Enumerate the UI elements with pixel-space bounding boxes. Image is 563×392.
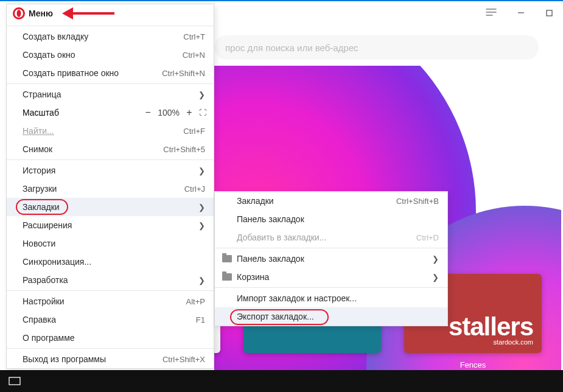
menu-sync[interactable]: Синхронизация... [7,253,214,271]
menu-find: Найти... Ctrl+F [7,122,214,140]
chevron-right-icon: ❯ [198,276,205,285]
window-controls [480,1,563,24]
sub-trash[interactable]: Корзина ❯ [215,268,447,286]
menu-new-tab[interactable]: Создать вкладку Ctrl+T [7,27,214,46]
folder-icon [222,255,232,262]
sub-bookmarks-bar[interactable]: Панель закладок [215,210,447,228]
chevron-right-icon: ❯ [432,273,439,282]
chevron-right-icon: ❯ [198,90,205,99]
menu-settings[interactable]: Настройки Alt+P [7,292,214,310]
bookmarks-submenu: Закладки Ctrl+Shift+B Панель закладок До… [214,191,448,326]
menu-new-private-window[interactable]: Создать приватное окно Ctrl+Shift+N [7,64,214,82]
menu-snapshot[interactable]: Снимок Ctrl+Shift+5 [7,140,214,158]
sub-add-bookmark: Добавить в закладки... Ctrl+D [215,228,447,247]
sub-import-bookmarks[interactable]: Импорт закладок и настроек... [215,289,447,307]
task-view-icon[interactable] [0,370,29,392]
address-placeholder: прос для поиска или веб-адрес [225,43,358,53]
zoom-out-button[interactable]: − [143,107,153,118]
tile-fences-title: stallers [449,314,533,340]
minimize-button[interactable] [507,4,535,22]
svg-rect-1 [9,377,20,385]
sub-bookmarks-bar-folder[interactable]: Панель закладок ❯ [215,250,447,268]
menu-zoom: Масштаб − 100% + ⛶ [7,103,214,122]
chevron-right-icon: ❯ [198,221,205,230]
menu-extensions[interactable]: Расширения ❯ [7,216,214,234]
sub-export-bookmarks[interactable]: Экспорт закладок... [215,307,447,326]
annotation-arrow [62,9,114,18]
chevron-right-icon: ❯ [198,166,205,175]
zoom-value: 100% [158,108,180,117]
menu-history[interactable]: История ❯ [7,161,214,180]
menu-page[interactable]: Страница ❯ [7,85,214,103]
maximize-button[interactable] [535,4,563,22]
menu-title: Меню [29,9,53,18]
menu-downloads[interactable]: Загрузки Ctrl+J [7,180,214,198]
menu-exit[interactable]: Выход из программы Ctrl+Shift+X [7,350,214,368]
address-bar[interactable]: прос для поиска или веб-адрес [214,35,539,60]
tile-label-fences: Fences [404,360,542,369]
menu-developer[interactable]: Разработка ❯ [7,271,214,289]
menu-help[interactable]: Справка F1 [7,310,214,329]
sub-bookmarks[interactable]: Закладки Ctrl+Shift+B [215,192,447,210]
folder-icon [222,273,232,281]
chevron-right-icon: ❯ [198,203,205,212]
easy-setup-icon[interactable] [480,4,502,22]
svg-rect-0 [547,10,552,16]
taskbar [0,370,563,392]
opera-icon [13,7,25,19]
zoom-in-button[interactable]: + [184,107,194,118]
menu-about[interactable]: О программе [7,329,214,347]
tile-fences-subtitle: stardock.com [494,338,533,346]
menu-new-window[interactable]: Создать окно Ctrl+N [7,46,214,64]
main-menu: Меню Создать вкладку Ctrl+T Создать окно… [6,4,214,369]
menu-news[interactable]: Новости [7,234,214,253]
fullscreen-icon[interactable]: ⛶ [199,108,205,117]
menu-bookmarks[interactable]: Закладки ❯ [7,198,214,216]
chevron-right-icon: ❯ [432,254,439,264]
